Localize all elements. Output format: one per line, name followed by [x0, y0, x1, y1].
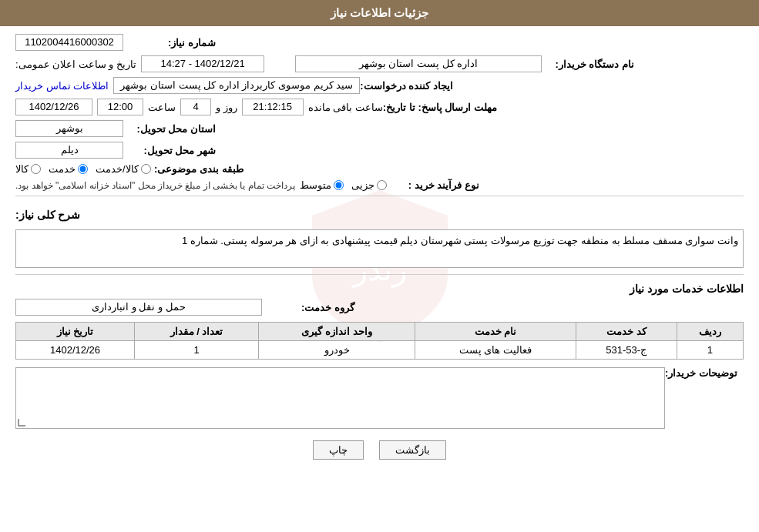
saat-label: ساعت	[148, 102, 176, 113]
rooz-value: 4	[180, 99, 211, 115]
rooz-label: روز و	[216, 102, 237, 113]
table-cell-tedad: 1	[135, 341, 259, 360]
tarikh-elan-label: تاریخ و ساعت اعلان عمومی:	[15, 59, 136, 70]
mohlat-row: مهلت ارسال پاسخ: تا تاریخ: ساعت باقی مان…	[15, 99, 744, 115]
nowe-farayand-row: نوع فرآیند خرید : جزیی متوسط پرداخت تمام…	[15, 179, 744, 191]
radio-khadamat-label: خدمت	[49, 163, 76, 175]
ostan-label: استان محل تحویل:	[123, 123, 216, 135]
page-content: شماره نیاز: 1102004416000302 نام دستگاه …	[0, 26, 759, 479]
table-header-row: ردیف کد خدمت نام خدمت واحد اندازه گیری ت…	[16, 323, 744, 341]
radio-khadamat-input[interactable]	[78, 164, 88, 174]
sharh-value-box: وانت سواری مسقف مسلط به منطقه جهت توزیع …	[15, 229, 744, 268]
nowe-farayand-label: نوع فرآیند خرید :	[387, 179, 479, 191]
saat-value: 12:00	[97, 99, 143, 115]
sharh-value: وانت سواری مسقف مسلط به منطقه جهت توزیع …	[182, 235, 738, 246]
note-text: پرداخت تمام یا بخشی از مبلغ خریداز محل "…	[15, 180, 295, 191]
sharh-label: شرح کلی نیاز:	[15, 209, 80, 221]
ettilaat-tamas-link[interactable]: اطلاعات تماس خریدار	[15, 80, 109, 92]
services-table: ردیف کد خدمت نام خدمت واحد اندازه گیری ت…	[15, 322, 744, 360]
radio-kala-label: کالا	[15, 163, 29, 175]
shahr-label: شهر محل تحویل:	[123, 145, 216, 156]
radio-kala-input[interactable]	[31, 164, 41, 174]
services-table-head: ردیف کد خدمت نام خدمت واحد اندازه گیری ت…	[16, 323, 744, 341]
radio-kala-khadamat-input[interactable]	[141, 164, 151, 174]
page-title: جزئیات اطلاعات نیاز	[331, 6, 428, 19]
back-button[interactable]: بازگشت	[379, 440, 446, 460]
shomare-niaz-label: شماره نیاز:	[123, 37, 216, 49]
groupe-khadamat-value: حمل و نقل و انبارداری	[15, 299, 262, 316]
table-cell-namKhadamat: فعالیت های پست	[415, 341, 576, 360]
radio-jozei-input[interactable]	[377, 180, 387, 190]
table-cell-radif: 1	[677, 341, 743, 360]
tabaqe-radio-group: کالا/خدمت خدمت کالا	[15, 163, 151, 175]
tawsifat-box	[15, 367, 665, 429]
nam-dastgah-row: نام دستگاه خریدار: اداره کل پست استان بو…	[15, 55, 744, 72]
resize-handle	[18, 419, 25, 427]
radio-kala: کالا	[15, 163, 41, 175]
ijad-konande-label: ایجاد کننده درخواست:	[360, 80, 453, 92]
tarikh-elan-group: 1402/12/21 - 14:27 تاریخ و ساعت اعلان عم…	[15, 55, 264, 72]
mohlat-label: مهلت ارسال پاسخ: تا تاریخ:	[383, 102, 497, 113]
groupe-khadamat-label: گروه خدمت:	[262, 302, 354, 313]
radio-kala-khadamat-label: کالا/خدمت	[96, 163, 139, 175]
nowe-farayand-group: جزیی متوسط پرداخت تمام یا بخشی از مبلغ خ…	[15, 179, 387, 191]
shomare-niaz-value: 1102004416000302	[15, 34, 123, 51]
shahr-value: دیلم	[15, 142, 123, 159]
table-cell-kodKhadamat: ج-53-531	[576, 341, 677, 360]
nam-dastgah-value: اداره کل پست استان بوشهر	[295, 55, 542, 72]
ijad-konande-group: سید کریم موسوی کاربرداز اداره کل پست است…	[15, 77, 360, 94]
col-radif: ردیف	[677, 323, 743, 341]
tawsifat-row: توضیحات خریدار:	[15, 367, 744, 429]
remaining-label: ساعت باقی مانده	[308, 102, 383, 113]
ostan-value: بوشهر	[15, 120, 123, 137]
tarikh-elan-value: 1402/12/21 - 14:27	[141, 55, 264, 72]
col-nam-khadamat: نام خدمت	[415, 323, 576, 341]
divider-2	[15, 274, 744, 275]
tabaqe-label: طبقه بندی موضوعی:	[151, 163, 243, 175]
buttons-row: بازگشت چاپ	[15, 440, 744, 460]
radio-jozei: جزیی	[351, 179, 387, 191]
page-header: جزئیات اطلاعات نیاز	[0, 0, 759, 26]
radio-mottaset-input[interactable]	[334, 180, 344, 190]
print-button[interactable]: چاپ	[313, 440, 364, 460]
shahr-row: شهر محل تحویل: دیلم	[15, 142, 744, 159]
radio-jozei-label: جزیی	[351, 179, 374, 191]
farayand-radio-group: جزیی متوسط	[300, 179, 387, 191]
table-row: 1ج-53-531فعالیت های پستخودرو11402/12/26	[16, 341, 744, 360]
khadamat-section-title: اطلاعات خدمات مورد نیاز	[15, 283, 744, 295]
mohlat-group: ساعت باقی مانده 21:12:15 روز و 4 ساعت 12…	[15, 99, 383, 115]
shomare-niaz-row: شماره نیاز: 1102004416000302	[15, 34, 744, 51]
sharh-section-label: شرح کلی نیاز:	[15, 201, 744, 225]
divider-1	[15, 196, 744, 196]
ostan-row: استان محل تحویل: بوشهر	[15, 120, 744, 137]
table-cell-vahed: خودرو	[259, 341, 415, 360]
col-vahed: واحد اندازه گیری	[259, 323, 415, 341]
radio-khadamat: خدمت	[49, 163, 88, 175]
page-container: رندر جزئیات اطلاعات نیاز شماره نیاز: 110…	[0, 0, 759, 532]
radio-mottaset: متوسط	[300, 179, 344, 191]
radio-kala-khadamat: کالا/خدمت	[96, 163, 151, 175]
col-kod-khadamat: کد خدمت	[576, 323, 677, 341]
groupe-khadamat-row: گروه خدمت: حمل و نقل و انبارداری	[15, 299, 744, 316]
col-tedad: تعداد / مقدار	[135, 323, 259, 341]
ijad-konande-row: ایجاد کننده درخواست: سید کریم موسوی کارب…	[15, 77, 744, 94]
radio-mottaset-label: متوسط	[300, 179, 331, 191]
col-tarikh: تاریخ نیاز	[16, 323, 135, 341]
tabaqe-row: طبقه بندی موضوعی: کالا/خدمت خدمت کالا	[15, 163, 744, 175]
remaining-value: 21:12:15	[242, 99, 304, 115]
ijad-konande-value: سید کریم موسوی کاربرداز اداره کل پست است…	[113, 77, 360, 94]
date-value: 1402/12/26	[15, 99, 92, 115]
nam-dastgah-label: نام دستگاه خریدار:	[542, 59, 634, 70]
table-cell-tarikhNiaz: 1402/12/26	[16, 341, 135, 360]
tawsifat-label: توضیحات خریدار:	[665, 367, 737, 379]
services-table-body: 1ج-53-531فعالیت های پستخودرو11402/12/26	[16, 341, 744, 360]
